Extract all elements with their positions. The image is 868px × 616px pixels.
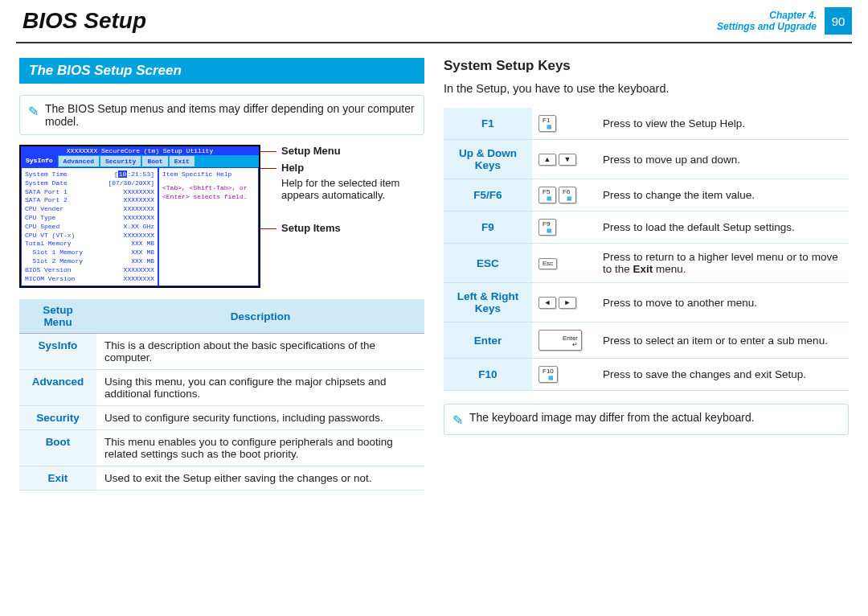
bios-tab-sysinfo: SysInfo — [21, 155, 58, 167]
bios-row: Total MemoryXXX MB — [25, 240, 154, 248]
keycap-icon: ► — [559, 297, 576, 309]
table-row: F9F9▦Press to load the default Setup set… — [444, 211, 849, 244]
bios-row: BIOS VersionXXXXXXXX — [25, 266, 154, 275]
keycap-icon: ▲ — [538, 154, 556, 166]
setup-menu-table: Setup Menu Description SysInfoThis is a … — [19, 299, 424, 491]
bios-row: SATA Port 2XXXXXXXX — [25, 196, 154, 205]
key-image: F5▦F6▦ — [532, 179, 596, 211]
key-desc: Press to return to a higher level menu o… — [596, 244, 849, 283]
menu-desc: Used to configure security functions, in… — [96, 406, 424, 430]
bios-tab-advanced: Advanced — [59, 156, 99, 166]
bios-row: Slot 2 MemoryXXX MB — [25, 257, 154, 266]
bios-row: MICOM VersionXXXXXXXX — [25, 275, 154, 284]
heading-system-setup-keys: System Setup Keys — [444, 58, 849, 74]
note-text: The keyboard image may differ from the a… — [469, 411, 755, 424]
key-desc: Press to view the Setup Help. — [596, 108, 849, 140]
chapter-line1: Chapter 4. — [717, 10, 817, 21]
bios-help-title: Item Specific Help — [162, 170, 255, 179]
key-name: F1 — [444, 108, 532, 140]
menu-desc: Used to exit the Setup either saving the… — [96, 466, 424, 491]
key-desc: Press to select an item or to enter a su… — [596, 322, 849, 359]
keycap-icon: F9▦ — [538, 219, 556, 236]
note-text: The BIOS Setup menus and items may diffe… — [45, 102, 416, 128]
key-image: ◄► — [532, 283, 596, 322]
key-name: ESC — [444, 244, 532, 283]
bios-row: System Time[10:21:53] — [25, 170, 154, 179]
key-image: Enter↵ — [532, 322, 596, 359]
bios-row: CPU VT (VT-x)XXXXXXXX — [25, 232, 154, 240]
keycap-icon: F10▦ — [538, 366, 558, 383]
key-name: Enter — [444, 322, 532, 359]
menu-name: Exit — [19, 466, 96, 491]
table-row: Up & DownKeys▲▼Press to move up and down… — [444, 140, 849, 179]
table-row: ESCEscPress to return to a higher level … — [444, 244, 849, 283]
note-icon: ✎ — [28, 104, 39, 119]
table-row: SysInfoThis is a description about the b… — [19, 334, 424, 370]
key-name: F9 — [444, 211, 532, 244]
note-bios-differ: ✎ The BIOS Setup menus and items may dif… — [19, 95, 424, 135]
keycap-icon: F5▦ — [538, 187, 556, 203]
bios-row: Slot 1 MemoryXXX MB — [25, 248, 154, 257]
menu-name: Advanced — [19, 370, 96, 406]
keycap-icon: Esc — [538, 258, 557, 269]
note-keyboard-differ: ✎ The keyboard image may differ from the… — [444, 404, 849, 435]
key-image: F1▦ — [532, 108, 596, 140]
keycap-icon: Enter↵ — [538, 330, 582, 351]
keycap-icon: ◄ — [538, 297, 556, 309]
bios-row: CPU SpeedX.XX GHz — [25, 223, 154, 232]
bios-help-body: <Tab>, <Shift-Tab>, or <Enter> selects f… — [162, 184, 255, 202]
bios-row: CPU TypeXXXXXXXX — [25, 214, 154, 223]
key-desc: Press to change the item value. — [596, 179, 849, 211]
keycap-icon: F1▦ — [538, 115, 556, 132]
table-row: F10F10▦Press to save the changes and exi… — [444, 359, 849, 391]
bios-row: SATA Port 1XXXXXXXX — [25, 188, 154, 197]
key-desc: Press to move up and down. — [596, 140, 849, 179]
menu-desc: Using this menu, you can configure the m… — [96, 370, 424, 406]
label-setup-items: Setup Items — [268, 222, 424, 234]
table-row: EnterEnter↵Press to select an item or to… — [444, 322, 849, 359]
label-help: Help — [268, 162, 424, 174]
table-row: F5/F6F5▦F6▦Press to change the item valu… — [444, 179, 849, 211]
bios-tab-exit: Exit — [170, 156, 194, 166]
key-name: Up & DownKeys — [444, 140, 532, 179]
table-row: AdvancedUsing this menu, you can configu… — [19, 370, 424, 406]
page-title: BIOS Setup — [23, 8, 717, 34]
menu-name: Boot — [19, 430, 96, 466]
table-row: F1F1▦Press to view the Setup Help. — [444, 108, 849, 140]
chapter-line2: Settings and Upgrade — [717, 21, 817, 32]
key-image: F9▦ — [532, 211, 596, 244]
key-name: F10 — [444, 359, 532, 391]
bios-row: System Date[07/30/20XX] — [25, 179, 154, 188]
menu-name: SysInfo — [19, 334, 96, 370]
menu-desc: This menu enables you to configure perip… — [96, 430, 424, 466]
key-desc: Press to load the default Setup settings… — [596, 211, 849, 244]
divider — [16, 42, 852, 43]
key-image: F10▦ — [532, 359, 596, 391]
chapter-box: Chapter 4. Settings and Upgrade 90 — [717, 7, 868, 35]
table-row: SecurityUsed to configure security funct… — [19, 406, 424, 430]
bios-row: CPU VenderXXXXXXXX — [25, 205, 154, 214]
key-desc: Press to save the changes and exit Setup… — [596, 359, 849, 391]
bios-screenshot: XXXXXXXX SecureCore (tm) Setup Utility S… — [19, 145, 260, 288]
intro-keyboard: In the Setup, you have to use the keyboa… — [444, 82, 849, 95]
th-description: Description — [96, 299, 424, 334]
note-icon: ✎ — [452, 413, 463, 428]
bios-tab-security: Security — [100, 156, 141, 166]
table-row: ExitUsed to exit the Setup either saving… — [19, 466, 424, 491]
keycap-icon: F6▦ — [559, 187, 576, 203]
menu-desc: This is a description about the basic sp… — [96, 334, 424, 370]
key-desc: Press to move to another menu. — [596, 283, 849, 322]
key-image: ▲▼ — [532, 140, 596, 179]
menu-name: Security — [19, 406, 96, 430]
bios-titlebar: XXXXXXXX SecureCore (tm) Setup Utility — [21, 146, 259, 155]
section-title-bios-screen: The BIOS Setup Screen — [19, 58, 424, 84]
label-help-text: Help for the selected item appears autom… — [268, 177, 424, 201]
th-setup-menu: Setup Menu — [19, 299, 96, 334]
page-number: 90 — [825, 7, 852, 35]
label-setup-menu: Setup Menu — [268, 145, 424, 157]
keys-table: F1F1▦Press to view the Setup Help.Up & D… — [444, 108, 849, 391]
keycap-icon: ▼ — [559, 154, 576, 166]
key-name: F5/F6 — [444, 179, 532, 211]
key-name: Left & RightKeys — [444, 283, 532, 322]
table-row: Left & RightKeys◄►Press to move to anoth… — [444, 283, 849, 322]
